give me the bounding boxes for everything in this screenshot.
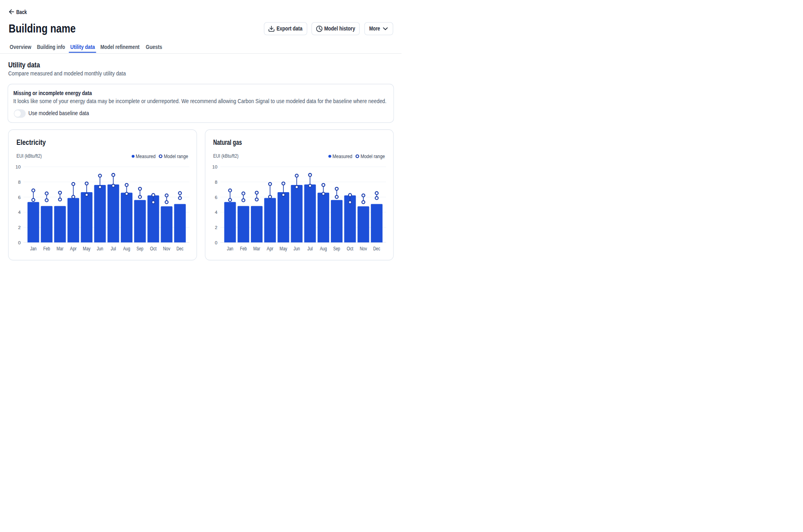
svg-text:Use modeled baseline data: Use modeled baseline data xyxy=(29,110,90,116)
svg-text:Compare measured and modeled m: Compare measured and modeled monthly uti… xyxy=(8,70,126,77)
svg-text:Missing or incomplete energy d: Missing or incomplete energy data xyxy=(13,90,92,96)
svg-text:0: 0 xyxy=(215,240,217,245)
svg-text:Sep: Sep xyxy=(137,246,143,252)
svg-text:Measured: Measured xyxy=(332,154,353,159)
svg-text:10: 10 xyxy=(212,164,218,169)
svg-text:Model refinement: Model refinement xyxy=(100,43,140,50)
svg-text:Building name: Building name xyxy=(9,22,76,35)
svg-text:Overview: Overview xyxy=(10,43,31,50)
svg-text:Back: Back xyxy=(16,9,27,15)
svg-text:Electricity: Electricity xyxy=(16,138,46,146)
svg-text:Utility data: Utility data xyxy=(8,61,41,69)
svg-text:0: 0 xyxy=(18,240,20,245)
svg-text:Jul: Jul xyxy=(110,246,116,252)
svg-text:Dec: Dec xyxy=(176,246,183,252)
svg-text:Guests: Guests xyxy=(146,43,162,50)
svg-text:Measured: Measured xyxy=(136,154,156,159)
svg-text:6: 6 xyxy=(18,195,20,200)
svg-text:Mar: Mar xyxy=(57,246,64,252)
svg-text:Jun: Jun xyxy=(97,246,103,252)
svg-text:Jan: Jan xyxy=(30,246,37,252)
svg-text:Export data: Export data xyxy=(277,25,303,32)
svg-text:Dec: Dec xyxy=(373,246,380,252)
svg-text:6: 6 xyxy=(215,195,217,200)
svg-text:Jun: Jun xyxy=(293,246,300,252)
svg-text:Aug: Aug xyxy=(123,246,130,252)
svg-text:2: 2 xyxy=(215,225,217,230)
svg-text:Apr: Apr xyxy=(267,246,273,252)
svg-text:Jan: Jan xyxy=(227,246,233,252)
svg-text:It looks like some of your ene: It looks like some of your energy data m… xyxy=(13,98,387,104)
svg-text:EUI (kBtu/ft2): EUI (kBtu/ft2) xyxy=(213,153,238,159)
svg-text:Feb: Feb xyxy=(240,246,247,252)
svg-text:Oct: Oct xyxy=(150,246,157,252)
svg-text:Nov: Nov xyxy=(360,246,367,252)
svg-text:More: More xyxy=(369,25,380,32)
svg-text:Mar: Mar xyxy=(253,246,261,252)
svg-text:Model history: Model history xyxy=(324,25,355,32)
svg-text:10: 10 xyxy=(16,164,21,169)
svg-text:EUI (kBtu/ft2): EUI (kBtu/ft2) xyxy=(16,153,42,159)
svg-text:Utility data: Utility data xyxy=(70,43,95,50)
svg-text:2: 2 xyxy=(18,225,20,230)
svg-text:8: 8 xyxy=(215,179,217,185)
svg-text:4: 4 xyxy=(18,209,21,215)
svg-text:8: 8 xyxy=(18,179,20,185)
svg-text:Oct: Oct xyxy=(347,246,354,252)
svg-text:Aug: Aug xyxy=(320,246,327,252)
svg-text:May: May xyxy=(279,246,287,252)
svg-text:4: 4 xyxy=(215,209,218,215)
svg-text:Feb: Feb xyxy=(43,246,50,252)
svg-text:Building info: Building info xyxy=(37,43,65,50)
svg-text:Sep: Sep xyxy=(333,246,340,252)
svg-text:May: May xyxy=(83,246,91,252)
svg-text:Apr: Apr xyxy=(70,246,77,252)
svg-text:Model range: Model range xyxy=(361,154,385,159)
svg-text:Natural gas: Natural gas xyxy=(213,138,242,146)
svg-text:Model range: Model range xyxy=(164,154,188,159)
svg-text:Nov: Nov xyxy=(163,246,171,252)
svg-text:Jul: Jul xyxy=(307,246,313,252)
